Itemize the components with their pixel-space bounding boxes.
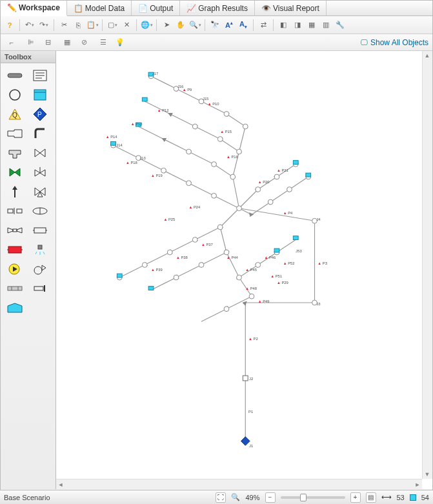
tab-label: Model Data xyxy=(85,4,125,13)
svg-text:▲ P18: ▲ P18 xyxy=(126,161,137,165)
find-button[interactable]: 🔭 xyxy=(208,19,221,32)
undo-button[interactable]: ↶ xyxy=(23,19,36,32)
show-all-objects-link[interactable]: 🖵 Show All Objects xyxy=(360,38,428,47)
tool-bend[interactable] xyxy=(30,125,50,142)
grid-button[interactable]: ▦ xyxy=(60,36,74,49)
layer-icon: ▦ xyxy=(308,21,315,29)
scroll-right-icon[interactable]: ► xyxy=(413,480,422,489)
tool-pump[interactable] xyxy=(5,261,25,277)
junction-count: 54 xyxy=(421,494,429,501)
layer1-button[interactable]: ◧ xyxy=(277,19,290,32)
tool-tee[interactable] xyxy=(5,145,25,161)
align-button[interactable]: ⊫ xyxy=(24,36,38,49)
layer3-button[interactable]: ▦ xyxy=(305,19,318,32)
tool-control-valve[interactable] xyxy=(30,164,50,181)
scroll-left-icon[interactable]: ◄ xyxy=(56,480,65,489)
tool-venturi[interactable] xyxy=(5,222,25,239)
separator xyxy=(253,19,254,31)
tool-check-valve[interactable] xyxy=(5,164,25,181)
font-decrease-button[interactable]: A▾ xyxy=(237,19,250,32)
zoom-thumb[interactable] xyxy=(300,494,307,501)
svg-text:J53: J53 xyxy=(296,249,301,253)
tool-assigned-flow[interactable]: Q xyxy=(5,106,25,123)
tool-area-change[interactable] xyxy=(5,125,25,142)
svg-marker-16 xyxy=(35,170,40,176)
svg-text:▲ P20: ▲ P20 xyxy=(258,180,270,184)
swap-button[interactable]: ⇄ xyxy=(257,19,270,32)
binoculars-icon: 🔭 xyxy=(210,21,219,29)
list-button[interactable]: ☰ xyxy=(96,36,110,49)
svg-text:▲ P19: ▲ P19 xyxy=(151,174,163,177)
tool-heat-exchanger[interactable] xyxy=(5,241,25,258)
tool-three-way-valve[interactable] xyxy=(30,183,50,200)
tool-valve[interactable] xyxy=(30,145,50,161)
zoom-in-button[interactable]: + xyxy=(350,492,361,503)
redo-button[interactable]: ↷ xyxy=(37,19,50,32)
scroll-down-icon[interactable]: ▼ xyxy=(423,470,432,479)
wrench-icon: 🔧 xyxy=(336,21,345,29)
font-increase-button[interactable]: A▴ xyxy=(223,19,236,32)
distribute-button[interactable]: ⊟ xyxy=(41,36,55,49)
svg-text:▲ P15: ▲ P15 xyxy=(220,130,232,134)
tool-annotation[interactable] xyxy=(30,67,50,84)
tool-pump-valve[interactable] xyxy=(30,261,50,277)
tool-separator[interactable] xyxy=(5,280,25,297)
font-down-icon: A▾ xyxy=(239,20,247,30)
tab-workspace[interactable]: ✏️Workspace xyxy=(1,1,67,16)
svg-point-90 xyxy=(174,275,179,280)
tool-general[interactable] xyxy=(30,222,50,239)
copy-button[interactable]: ⎘ xyxy=(72,19,85,32)
help-button[interactable]: ? xyxy=(3,19,16,32)
disable-button[interactable]: ⊘ xyxy=(77,36,91,49)
pointer-button[interactable]: ➤ xyxy=(160,19,173,32)
scrollbar-track[interactable] xyxy=(65,481,413,488)
svg-rect-100 xyxy=(293,161,298,165)
secondary-toolbar: ⌐ ⊫ ⊟ ▦ ⊘ ☰ 💡 🖵 Show All Objects xyxy=(1,34,432,51)
delete-button[interactable]: ▢ xyxy=(106,19,119,32)
tool-tank[interactable] xyxy=(5,299,25,316)
svg-point-95 xyxy=(224,307,229,312)
svg-text:J17: J17 xyxy=(152,72,158,76)
fit-button[interactable]: ⛶ xyxy=(216,492,226,503)
tab-visual-report[interactable]: 👁️Visual Report xyxy=(255,1,327,15)
tool-reservoir[interactable] xyxy=(30,86,50,103)
layer4-button[interactable]: ▥ xyxy=(319,19,332,32)
tool-screen[interactable] xyxy=(30,203,50,219)
tab-model-data[interactable]: 📋Model Data xyxy=(67,1,132,15)
paste-button[interactable]: 📋 xyxy=(86,19,99,32)
show-all-label: Show All Objects xyxy=(370,38,428,47)
tab-output[interactable]: 📄Output xyxy=(132,1,180,15)
swap-icon: ⇄ xyxy=(261,21,267,29)
tips-button[interactable]: 💡 xyxy=(113,36,127,49)
zoom-slider[interactable] xyxy=(281,496,345,499)
svg-marker-14 xyxy=(10,168,15,176)
globe-button[interactable]: 🌐 xyxy=(140,19,153,32)
close-button[interactable]: ✕ xyxy=(120,19,133,32)
scroll-up-icon[interactable]: ▲ xyxy=(423,51,432,60)
svg-text:J14: J14 xyxy=(116,143,123,147)
zoom-button[interactable]: 🔍 xyxy=(188,19,201,32)
zoom-out-button[interactable]: − xyxy=(265,492,276,503)
pan-button[interactable]: ✋ xyxy=(174,19,187,32)
layers-button[interactable]: ▤ xyxy=(366,492,376,503)
layer2-button[interactable]: ◨ xyxy=(291,19,304,32)
draw-pipe-button[interactable]: ⌐ xyxy=(5,36,19,49)
zoom-in-icon: 🔍 xyxy=(189,21,198,29)
tool-dead-end[interactable] xyxy=(30,280,50,297)
horizontal-scrollbar[interactable]: ◄ ► xyxy=(56,479,422,489)
tool-spray[interactable] xyxy=(30,241,50,258)
tool-orifice[interactable] xyxy=(5,203,25,219)
tool-branch[interactable] xyxy=(5,86,25,103)
add-tool-button[interactable]: 🔧 xyxy=(334,19,347,32)
cut-button[interactable]: ✂ xyxy=(57,19,70,32)
toolbox-panel: Toolbox Q P xyxy=(1,51,56,489)
layer-icon: ▥ xyxy=(323,21,329,29)
workspace-canvas[interactable]: J1 J2 P1 ▲ P2 ▲ P3 ▲ P4 ▲ P29 xyxy=(56,51,422,479)
svg-point-81 xyxy=(287,187,292,192)
svg-text:P: P xyxy=(37,111,42,118)
tab-graph-results[interactable]: 📈Graph Results xyxy=(180,1,255,15)
vertical-scrollbar[interactable]: ▲ ▼ xyxy=(422,51,432,479)
tool-relief-valve[interactable] xyxy=(5,183,25,200)
tool-pipe[interactable] xyxy=(5,67,25,84)
tool-assigned-pressure[interactable]: P xyxy=(30,106,50,123)
